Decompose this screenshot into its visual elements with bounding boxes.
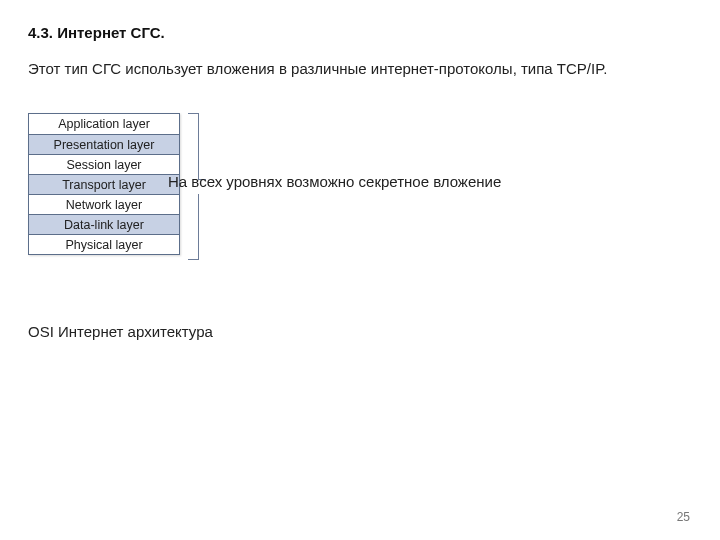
section-heading: 4.3. Интернет СГС. <box>28 24 692 41</box>
osi-stack: Application layer Presentation layer Ses… <box>28 113 180 255</box>
osi-layer: Session layer <box>29 154 179 174</box>
osi-layer: Network layer <box>29 194 179 214</box>
diagram-caption: OSI Интернет архитектура <box>28 323 692 340</box>
osi-layer: Data-link layer <box>29 214 179 234</box>
page-number: 25 <box>677 510 690 524</box>
osi-diagram: Application layer Presentation layer Ses… <box>28 113 692 293</box>
osi-layer: Application layer <box>29 114 179 134</box>
intro-paragraph: Этот тип СГС использует вложения в разли… <box>28 59 692 79</box>
bracket-annotation: На всех уровнях возможно секретное вложе… <box>168 173 501 190</box>
osi-layer: Presentation layer <box>29 134 179 154</box>
osi-layer: Physical layer <box>29 234 179 254</box>
osi-layer: Transport layer <box>29 174 179 194</box>
slide-page: 4.3. Интернет СГС. Этот тип СГС использу… <box>0 0 720 540</box>
